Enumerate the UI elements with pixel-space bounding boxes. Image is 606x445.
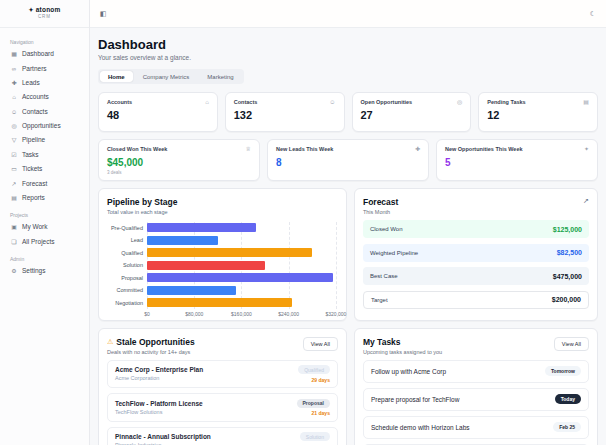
sidebar-item-forecast[interactable]: ↗Forecast <box>0 176 89 190</box>
stat-card-label: Pending Tasks <box>487 99 525 105</box>
forecast-row-value: $82,500 <box>557 249 582 256</box>
x-tick-label: $0 <box>144 311 150 317</box>
task-due-badge: Today <box>555 394 581 404</box>
chart-row-negotiation: Negotiation <box>107 297 338 310</box>
page-subtitle: Your sales overview at a glance. <box>98 54 598 61</box>
opportunity-item[interactable]: Acme Corp - Enterprise PlanAcme Corporat… <box>107 360 338 389</box>
sidebar-item-label: My Work <box>22 223 48 231</box>
grid-icon: ▦ <box>10 50 18 58</box>
task-item[interactable]: Prepare proposal for TechFlowToday <box>363 388 589 411</box>
sidebar-item-tasks[interactable]: ☑Tasks <box>0 148 89 162</box>
days-stale-label: 29 days <box>312 377 330 383</box>
chart-category-label: Negotiation <box>107 300 147 306</box>
stat-card-pending-tasks: Pending Tasks▤12 <box>478 92 598 132</box>
highlight-card-closed-won-this-week: Closed Won This Week♕$45,0003 deals <box>98 139 260 181</box>
logo: ✦ atonom CRM <box>0 0 89 28</box>
chart-bar-track <box>147 261 336 270</box>
sidebar-item-label: Leads <box>22 79 40 87</box>
middle-row: Pipeline by Stage Total value in each st… <box>98 188 598 321</box>
sidebar-item-label: Reports <box>22 194 45 202</box>
stale-list: Acme Corp - Enterprise PlanAcme Corporat… <box>107 360 338 445</box>
highlight-card-value: 5 <box>445 157 589 168</box>
trend-up-icon: ↗ <box>583 197 589 205</box>
check-square-icon: ☑ <box>10 151 18 159</box>
alert-icon: ⚠ <box>107 338 113 346</box>
sidebar-item-label: Pipeline <box>22 136 45 144</box>
tab-bar: HomeCompany MetricsMarketing <box>98 69 244 84</box>
sidebar-item-label: Forecast <box>22 180 47 188</box>
pipeline-title: Pipeline by Stage <box>107 197 177 207</box>
chart-category-label: Proposal <box>107 275 147 281</box>
tasks-subtitle: Upcoming tasks assigned to you <box>363 349 442 355</box>
sidebar-item-accounts[interactable]: ⌂Accounts <box>0 90 89 104</box>
sparkles-icon: ✦ <box>584 146 589 153</box>
tab-company-metrics[interactable]: Company Metrics <box>135 71 198 82</box>
days-stale-label: 21 days <box>312 410 330 416</box>
sidebar-item-opportunities[interactable]: ◎Opportunities <box>0 119 89 133</box>
forecast-row-label: Target <box>371 297 388 303</box>
sidebar-item-partners[interactable]: ∞Partners <box>0 61 89 75</box>
document-icon: ▤ <box>10 194 18 202</box>
sidebar-item-reports[interactable]: ▤Reports <box>0 191 89 205</box>
bottom-row: ⚠ Stale Opportunities Deals with no acti… <box>98 328 598 445</box>
stat-card-label: Contacts <box>234 99 258 105</box>
forecast-row-value: $475,000 <box>553 273 582 280</box>
stat-card-contacts: Contacts☺132 <box>225 92 345 132</box>
theme-toggle-icon[interactable]: ☾ <box>590 10 596 18</box>
x-tick-label: $160,000 <box>231 311 252 317</box>
opportunity-name: Pinnacle - Annual Subscription <box>115 433 211 440</box>
tab-home[interactable]: Home <box>100 71 133 82</box>
task-item[interactable]: Follow up with Acme CorpTomorrow <box>363 360 589 383</box>
tasks-view-all-button[interactable]: View All <box>554 337 589 351</box>
task-due-badge: Feb 25 <box>553 422 581 432</box>
chart-row-qualified: Qualified <box>107 247 338 260</box>
forecast-row-label: Closed Won <box>370 226 403 232</box>
opportunity-item[interactable]: Pinnacle - Annual SubscriptionPinnacle I… <box>107 427 338 445</box>
chart-bar-pre-qualified <box>147 223 256 232</box>
tab-marketing[interactable]: Marketing <box>199 71 241 82</box>
opportunity-item[interactable]: TechFlow - Platform LicenseTechFlow Solu… <box>107 393 338 422</box>
highlight-card-new-opportunities-this-week: New Opportunities This Week✦5 <box>436 139 598 181</box>
main-content: Dashboard Your sales overview at a glanc… <box>90 28 606 445</box>
sidebar-item-tickets[interactable]: ▭Tickets <box>0 162 89 176</box>
sidebar-item-leads[interactable]: ✚Leads <box>0 76 89 90</box>
chart-bar-committed <box>147 286 236 295</box>
chart-x-axis: $0$80,000$160,000$240,000$320,000 <box>147 309 336 317</box>
task-item[interactable]: Schedule demo with Horizon LabsFeb 25 <box>363 416 589 439</box>
chart-row-proposal: Proposal <box>107 272 338 285</box>
nav-section-label-projects: Projects <box>10 212 89 218</box>
stale-view-all-button[interactable]: View All <box>303 337 338 351</box>
sidebar-item-label: Dashboard <box>22 50 54 58</box>
forecast-panel: Forecast This Month ↗ Closed Won$125,000… <box>354 188 598 321</box>
opportunity-name: TechFlow - Platform License <box>115 400 203 407</box>
forecast-row-label: Best Case <box>370 273 398 279</box>
stage-badge: Proposal <box>297 399 330 408</box>
stat-card-value: 12 <box>487 109 589 121</box>
sidebar-item-pipeline[interactable]: ▽Pipeline <box>0 133 89 147</box>
chart-bar-track <box>147 223 336 232</box>
sidebar-item-label: Opportunities <box>22 122 61 130</box>
forecast-row-target: Target$200,000 <box>363 291 589 309</box>
sidebar-item-all-projects[interactable]: ❏All Projects <box>0 235 89 249</box>
sidebar-item-dashboard[interactable]: ▦Dashboard <box>0 47 89 61</box>
stage-badge: Qualified <box>298 365 330 374</box>
sidebar-item-my-work[interactable]: ▣My Work <box>0 220 89 234</box>
funnel-icon: ▽ <box>10 136 18 144</box>
chart-category-label: Committed <box>107 287 147 293</box>
building-icon: ⌂ <box>205 99 209 106</box>
trophy-icon: ♕ <box>246 146 251 153</box>
sidebar-item-settings[interactable]: ⚙Settings <box>0 264 89 278</box>
chart-bar-track <box>147 286 336 295</box>
sidebar-item-contacts[interactable]: ☺Contacts <box>0 105 89 119</box>
sidebar-toggle-icon[interactable]: ◧ <box>100 10 107 18</box>
highlight-card-new-leads-this-week: New Leads This Week✚8 <box>267 139 429 181</box>
highlight-card-value: $45,000 <box>107 157 251 168</box>
pipeline-subtitle: Total value in each stage <box>107 209 177 215</box>
pipeline-panel: Pipeline by Stage Total value in each st… <box>98 188 347 321</box>
chart-category-label: Solution <box>107 262 147 268</box>
chart-bar-track <box>147 248 336 257</box>
clipboard-icon: ▤ <box>583 99 589 106</box>
gear-icon: ⚙ <box>10 267 18 275</box>
stat-card-open-opportunities: Open Opportunities◎27 <box>352 92 472 132</box>
sidebar-item-label: All Projects <box>22 238 55 246</box>
